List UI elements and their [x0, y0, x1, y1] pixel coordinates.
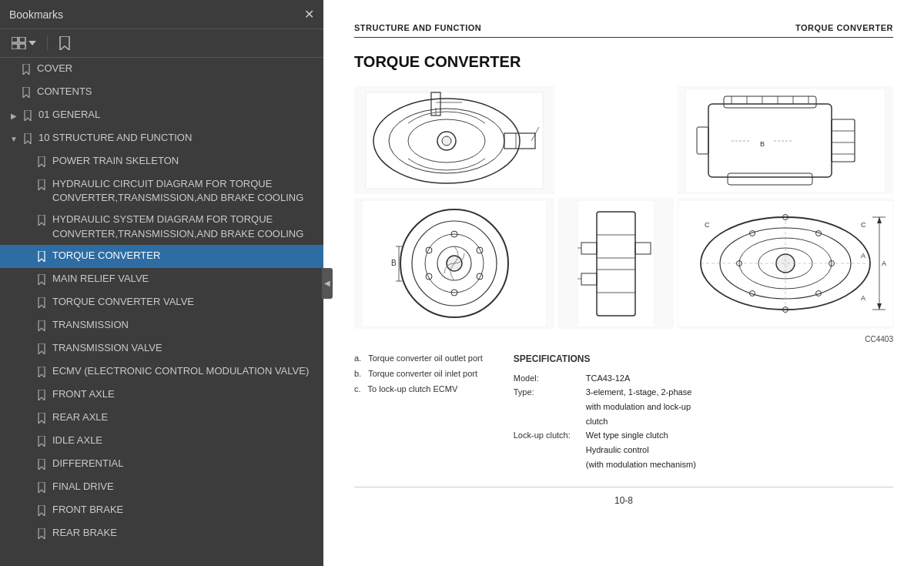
torque-converter-diagram-2: B: [685, 89, 886, 193]
svg-rect-3: [19, 44, 25, 49]
bookmark-label: HYDRAULIC CIRCUIT DIAGRAM FOR TORQUE CON…: [52, 177, 317, 205]
svg-text:B: B: [760, 140, 765, 148]
svg-rect-2: [12, 44, 18, 49]
spec-label-lockup: Lock-up clutch:: [514, 428, 583, 443]
bookmark-item-main-relief[interactable]: MAIN RELIEF VALVE: [0, 268, 323, 291]
spec-row-lockup: Lock-up clutch: Wet type single clutch H…: [514, 428, 893, 471]
annotation-label-b: b.: [354, 369, 366, 378]
spec-row-type: Type: 3-element, 1-stage, 2-phase with m…: [514, 385, 893, 428]
bookmark-label: TRANSMISSION VALVE: [52, 341, 162, 355]
bookmarks-panel: Bookmarks ✕ COVE: [0, 0, 323, 566]
toolbar-divider: [47, 35, 48, 51]
bookmark-flag-icon: [35, 177, 48, 193]
bookmark-flag-icon: [35, 503, 48, 518]
bookmark-label: POWER TRAIN SKELETON: [52, 154, 179, 168]
bookmark-item-differential[interactable]: DIFFERENTIAL: [0, 453, 323, 476]
document-panel: STRUCTURE AND FUNCTION TORQUE CONVERTER …: [323, 0, 924, 566]
bookmark-item-torque-converter-valve[interactable]: TORQUE CONVERTER VALVE: [0, 291, 323, 314]
bookmark-item-power-train[interactable]: POWER TRAIN SKELETON: [0, 150, 323, 173]
diagram-top-right: B: [678, 86, 893, 194]
bookmark-label: COVER: [37, 62, 72, 75]
bookmark-item-idle-axle[interactable]: IDLE AXLE: [0, 430, 323, 453]
annotation-b: b. Torque converter oil inlet port: [354, 367, 483, 382]
specifications-block: SPECIFICATIONS Model: TCA43-12A Type: 3-…: [514, 351, 893, 471]
bookmark-item-01general[interactable]: ▶ 01 GENERAL: [0, 104, 323, 127]
torque-converter-diagram-3: B: [362, 200, 547, 327]
spec-row-model: Model: TCA43-12A: [514, 371, 893, 386]
annotation-text-a: Torque converter oil outlet port: [368, 353, 483, 363]
bookmark-item-torque-converter[interactable]: TORQUE CONVERTER: [0, 245, 323, 268]
bookmark-label: FRONT BRAKE: [52, 503, 123, 517]
bookmark-flag-icon: [35, 295, 48, 310]
annotation-label-a: a.: [354, 353, 366, 363]
bookmark-label: MAIN RELIEF VALVE: [52, 272, 149, 286]
bookmark-item-10structure[interactable]: ▼ 10 STRUCTURE AND FUNCTION: [0, 127, 323, 150]
diagram-bottom-left: B: [354, 198, 554, 329]
bookmark-flag-icon: [35, 249, 48, 264]
diagram-caption: CC4403: [354, 335, 893, 343]
svg-text:B: B: [391, 259, 397, 267]
bookmark-icon: [59, 36, 71, 50]
bookmark-item-final-drive[interactable]: FINAL DRIVE: [0, 476, 323, 499]
bookmark-item-rear-axle[interactable]: REAR AXLE: [0, 407, 323, 430]
bookmark-item-transmission-valve[interactable]: TRANSMISSION VALVE: [0, 337, 323, 360]
bookmark-label: FRONT AXLE: [52, 387, 115, 401]
bookmark-label: HYDRAULIC SYSTEM DIAGRAM FOR TORQUE CONV…: [52, 213, 317, 240]
svg-rect-5: [366, 92, 543, 189]
svg-rect-51: [578, 200, 654, 327]
bookmark-label: CONTENTS: [37, 85, 92, 99]
bookmark-label: ECMV (ELECTRONIC CONTROL MODULATION VALV…: [52, 364, 309, 378]
bookmark-flag-icon: [35, 457, 48, 472]
bookmark-flag-icon: [35, 213, 48, 228]
bookmark-flag-icon: [35, 154, 48, 169]
bookmark-flag-icon: [35, 364, 48, 380]
bookmark-item-hydraulic-circuit[interactable]: HYDRAULIC CIRCUIT DIAGRAM FOR TORQUE CON…: [0, 173, 323, 209]
bookmarks-toolbar: [0, 29, 323, 58]
expand-arrow-icon: ▼: [8, 131, 20, 146]
svg-text:A: A: [882, 260, 886, 267]
svg-text:C: C: [861, 221, 866, 229]
document-page[interactable]: STRUCTURE AND FUNCTION TORQUE CONVERTER …: [323, 0, 924, 566]
bookmark-label: TORQUE CONVERTER: [52, 249, 160, 263]
annotation-text-b: Torque converter oil inlet port: [368, 369, 477, 378]
bookmark-item-rear-brake[interactable]: REAR BRAKE: [0, 522, 323, 545]
bookmark-item-contents[interactable]: CONTENTS: [0, 81, 323, 104]
spec-title: SPECIFICATIONS: [514, 351, 893, 368]
bookmarks-title: Bookmarks: [9, 8, 63, 21]
bookmark-view-button[interactable]: [55, 34, 75, 52]
spec-value-model: TCA43-12A: [586, 371, 630, 386]
diagram-code: CC4403: [865, 335, 893, 343]
diagram-top-left: [354, 86, 554, 194]
bookmark-item-hydraulic-system[interactable]: HYDRAULIC SYSTEM DIAGRAM FOR TORQUE CONV…: [0, 209, 323, 244]
bookmark-flag-icon: [20, 85, 32, 100]
svg-text:A: A: [861, 252, 865, 260]
svg-text:A: A: [861, 294, 865, 302]
bookmark-item-front-brake[interactable]: FRONT BRAKE: [0, 499, 323, 522]
diagram-bottom-center: [558, 198, 674, 329]
bookmark-item-transmission[interactable]: TRANSMISSION: [0, 314, 323, 337]
svg-rect-0: [12, 37, 18, 42]
spec-label-model: Model:: [514, 371, 583, 386]
view-toggle-button[interactable]: [8, 35, 40, 52]
annotation-label-c: c.: [354, 384, 366, 394]
bookmark-flag-icon: [22, 131, 34, 146]
bookmark-item-ecmv[interactable]: ECMV (ELECTRONIC CONTROL MODULATION VALV…: [0, 360, 323, 383]
close-button[interactable]: ✕: [304, 8, 314, 21]
svg-marker-4: [28, 41, 36, 45]
torque-converter-diagram-5: C A A C: [678, 200, 893, 327]
bookmark-label: TORQUE CONVERTER VALVE: [52, 295, 194, 309]
diagram-bottom-right: C A A C: [678, 198, 893, 329]
bookmark-item-front-axle[interactable]: FRONT AXLE: [0, 383, 323, 407]
bookmark-item-cover[interactable]: COVER: [0, 58, 323, 81]
bookmark-list[interactable]: COVER CONTENTS ▶ 01 GENERAL ▼ 10 STRUCTU…: [0, 58, 323, 566]
bookmark-label: 01 GENERAL: [38, 108, 100, 122]
expand-arrow-icon: ▶: [8, 108, 20, 123]
grid-icon: [12, 37, 27, 49]
doc-section-left: STRUCTURE AND FUNCTION: [354, 23, 481, 32]
bookmark-flag-icon: [35, 272, 48, 287]
bookmark-flag-icon: [35, 387, 48, 403]
document-header-bar: STRUCTURE AND FUNCTION TORQUE CONVERTER: [354, 23, 893, 38]
annotation-a: a. Torque converter oil outlet port: [354, 351, 483, 367]
panel-collapse-button[interactable]: ◀: [322, 268, 333, 299]
page-title: TORQUE CONVERTER: [354, 53, 893, 71]
